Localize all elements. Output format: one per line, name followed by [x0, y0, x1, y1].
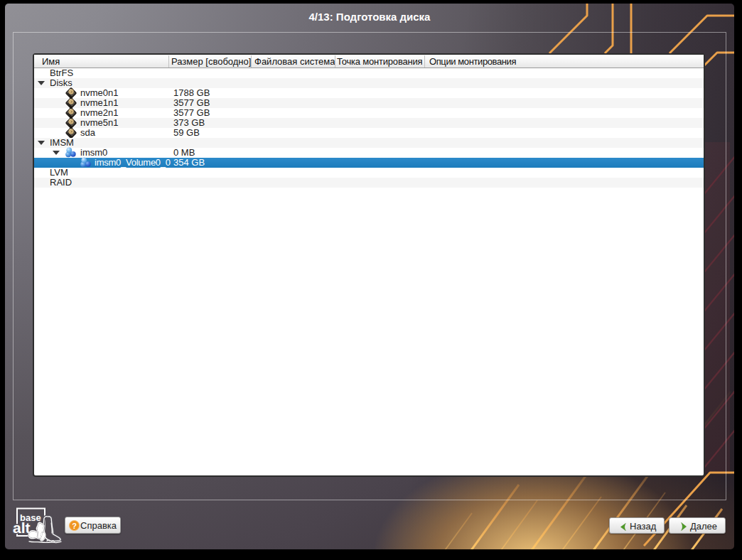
svg-text:?: ? [72, 522, 77, 530]
svg-text:alt: alt [13, 519, 31, 536]
